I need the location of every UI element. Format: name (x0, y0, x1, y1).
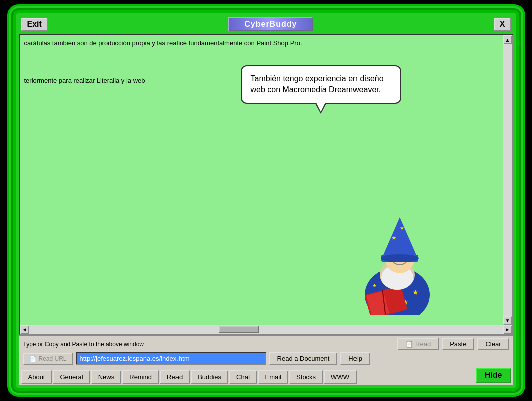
tab-stocks[interactable]: Stocks (289, 370, 323, 384)
speech-bubble: También tengo experiencia en diseño web … (241, 65, 401, 104)
svg-text:★: ★ (391, 234, 397, 241)
hscroll-track[interactable] (29, 325, 503, 334)
tab-read[interactable]: Read (160, 370, 190, 384)
url-input[interactable] (76, 352, 266, 365)
document-icon: 📄 (29, 355, 37, 362)
read-button[interactable]: 📋 Read (397, 338, 439, 350)
svg-text:★: ★ (400, 225, 404, 231)
help-button[interactable]: Help (340, 352, 370, 365)
svg-text:★: ★ (412, 288, 419, 296)
hscroll-thumb[interactable] (219, 326, 259, 333)
horizontal-scrollbar: ◄ ► (20, 325, 512, 334)
controls-area: Type or Copy and Paste to the above wind… (19, 335, 513, 369)
content-area: carátulas también son de producción prop… (19, 34, 513, 335)
paste-button[interactable]: Paste (442, 338, 474, 350)
read-url-label: Read URL (39, 355, 67, 362)
speech-text: También tengo experiencia en diseño web … (251, 74, 384, 94)
tab-about[interactable]: About (21, 370, 52, 384)
right-arrow-icon: ► (505, 327, 510, 332)
svg-text:★: ★ (372, 283, 377, 288)
tab-chat[interactable]: Chat (229, 370, 257, 384)
controls-row-2: 📄 Read URL Read a Document Help (23, 352, 509, 365)
titlebar: Exit CyberBuddy X (19, 16, 513, 32)
svg-point-17 (381, 254, 419, 262)
exit-button[interactable]: Exit (21, 18, 48, 31)
down-arrow-icon: ▼ (505, 318, 510, 323)
controls-row-1: Type or Copy and Paste to the above wind… (23, 338, 509, 350)
tab-email[interactable]: Email (258, 370, 289, 384)
scroll-left-button[interactable]: ◄ (20, 325, 29, 334)
clear-button[interactable]: Clear (477, 338, 509, 350)
wizard-character: ★ ★ ★ ★ ★ (352, 210, 442, 315)
tab-www[interactable]: WWW (324, 370, 357, 384)
up-arrow-icon: ▲ (505, 37, 510, 43)
close-button[interactable]: X (494, 18, 511, 31)
read-icon: 📋 (405, 340, 413, 348)
text-pane: carátulas también son de producción prop… (20, 35, 512, 325)
app-title: CyberBuddy (228, 17, 313, 31)
text-line-1: carátulas también son de producción prop… (24, 39, 508, 47)
read-url-button[interactable]: 📄 Read URL (23, 353, 73, 365)
scroll-up-button[interactable]: ▲ (503, 35, 512, 44)
main-window: Exit CyberBuddy X carátulas también son … (13, 10, 519, 391)
nav-bar: About General News Remind Read Buddies C… (19, 369, 513, 385)
tab-remind[interactable]: Remind (122, 370, 159, 384)
vertical-scrollbar: ▲ ▼ (503, 35, 512, 325)
read-label: Read (415, 340, 431, 348)
tab-general[interactable]: General (53, 370, 90, 384)
vscroll-track[interactable] (503, 44, 512, 316)
scroll-right-button[interactable]: ► (503, 325, 512, 334)
hide-button[interactable]: Hide (476, 368, 511, 383)
left-arrow-icon: ◄ (22, 327, 27, 332)
nav-area: About General News Remind Read Buddies C… (19, 369, 513, 385)
svg-marker-15 (382, 217, 417, 257)
scroll-down-button[interactable]: ▼ (503, 316, 512, 325)
tab-news[interactable]: News (91, 370, 122, 384)
hint-label: Type or Copy and Paste to the above wind… (23, 341, 395, 348)
tab-buddies[interactable]: Buddies (191, 370, 228, 384)
read-document-button[interactable]: Read a Document (269, 352, 338, 365)
